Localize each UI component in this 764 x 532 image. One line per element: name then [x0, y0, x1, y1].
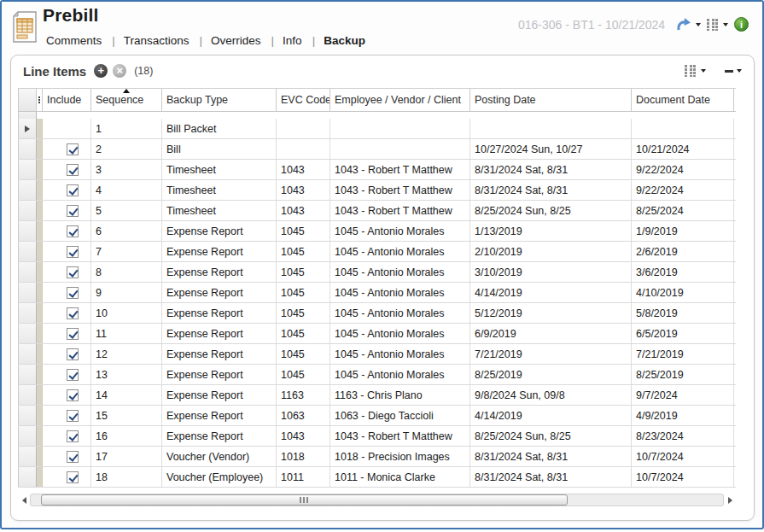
cell-backup-type[interactable]: Timesheet [162, 201, 277, 220]
table-row[interactable]: 13Expense Report10451045 - Antonio Moral… [18, 365, 736, 385]
cell-sequence[interactable]: 3 [91, 160, 162, 179]
table-row[interactable]: 1Bill Packet [18, 119, 736, 139]
cell-backup-type[interactable]: Expense Report [162, 385, 277, 405]
cell-employee[interactable]: 1045 - Antonio Morales [330, 303, 470, 323]
cell-posting-date[interactable]: 7/21/2019 [470, 344, 632, 364]
cell-backup-type[interactable]: Timesheet [162, 160, 277, 179]
cell-evc-code[interactable]: 1045 [277, 324, 330, 343]
table-row[interactable]: 16Expense Report10431043 - Robert T Matt… [18, 426, 736, 447]
column-header-sequence[interactable]: Sequence [91, 89, 162, 111]
column-header-posting-date[interactable]: Posting Date [470, 89, 632, 111]
cell-employee[interactable]: 1045 - Antonio Morales [330, 365, 470, 384]
include-checkbox[interactable] [67, 451, 79, 463]
cell-posting-date[interactable]: 8/25/2024 Sun, 8/25 [470, 426, 632, 446]
tab-info[interactable]: Info [281, 34, 304, 47]
cell-employee[interactable] [330, 119, 470, 138]
row-selector[interactable] [18, 467, 37, 487]
cell-evc-code[interactable]: 1045 [277, 365, 330, 384]
cell-sequence[interactable]: 14 [91, 385, 162, 405]
cell-evc-code[interactable]: 1045 [277, 262, 330, 282]
column-header-include[interactable]: Include [43, 89, 91, 111]
cell-sequence[interactable]: 15 [91, 406, 162, 425]
cell-backup-type[interactable]: Voucher (Vendor) [162, 447, 277, 466]
include-checkbox[interactable] [67, 307, 79, 319]
cell-sequence[interactable]: 1 [91, 119, 162, 138]
table-row[interactable]: 6Expense Report10451045 - Antonio Morale… [18, 221, 736, 242]
cell-posting-date[interactable]: 1/13/2019 [470, 221, 632, 241]
cell-posting-date[interactable]: 6/9/2019 [470, 324, 632, 343]
row-selector[interactable] [18, 201, 37, 220]
table-row[interactable]: 10Expense Report10451045 - Antonio Moral… [18, 303, 736, 324]
cell-document-date[interactable]: 8/25/2024 [632, 201, 734, 220]
cell-document-date[interactable] [632, 119, 734, 138]
cell-document-date[interactable]: 1/9/2019 [632, 221, 734, 241]
cell-evc-code[interactable]: 1045 [277, 242, 330, 261]
cell-document-date[interactable]: 8/23/2024 [632, 426, 734, 446]
column-header-document-date[interactable]: Document Date [632, 89, 734, 111]
include-checkbox[interactable] [67, 225, 79, 237]
tab-backup[interactable]: Backup [322, 34, 367, 47]
table-row[interactable]: 9Expense Report10451045 - Antonio Morale… [18, 283, 736, 303]
cell-document-date[interactable]: 7/21/2019 [632, 344, 734, 364]
table-row[interactable]: 12Expense Report10451045 - Antonio Moral… [18, 344, 736, 365]
include-checkbox[interactable] [67, 143, 79, 155]
row-selector[interactable] [18, 385, 37, 405]
cell-employee[interactable]: 1043 - Robert T Matthew [330, 160, 470, 179]
row-selector[interactable] [18, 426, 37, 446]
cell-document-date[interactable]: 10/21/2024 [632, 139, 734, 159]
cell-document-date[interactable]: 2/6/2019 [632, 242, 734, 261]
column-header-employee[interactable]: Employee / Vendor / Client [330, 89, 470, 111]
table-row[interactable]: 11Expense Report10451045 - Antonio Moral… [18, 324, 736, 344]
cell-evc-code[interactable] [277, 119, 330, 138]
cell-backup-type[interactable]: Voucher (Employee) [162, 467, 277, 487]
cell-backup-type[interactable]: Expense Report [162, 324, 277, 343]
row-selector[interactable] [18, 242, 37, 261]
include-checkbox[interactable] [67, 287, 79, 299]
tab-transactions[interactable]: Transactions [122, 34, 191, 47]
cell-sequence[interactable]: 16 [91, 426, 162, 446]
column-header-backup-type[interactable]: Backup Type [162, 89, 277, 111]
cell-sequence[interactable]: 11 [91, 324, 162, 343]
cell-document-date[interactable]: 6/5/2019 [632, 324, 734, 343]
cell-employee[interactable]: 1043 - Robert T Matthew [330, 201, 470, 220]
row-selector[interactable] [18, 139, 37, 159]
include-checkbox[interactable] [67, 389, 79, 401]
table-row[interactable]: 5Timesheet10431043 - Robert T Matthew8/2… [18, 201, 736, 221]
remove-line-item-button[interactable]: × [113, 64, 126, 78]
cell-backup-type[interactable]: Timesheet [162, 180, 277, 200]
row-selector[interactable] [18, 303, 37, 323]
include-checkbox[interactable] [67, 430, 79, 442]
table-row[interactable]: 3Timesheet10431043 - Robert T Matthew8/3… [18, 160, 736, 180]
cell-document-date[interactable]: 10/7/2024 [632, 467, 734, 487]
row-selector[interactable] [18, 221, 37, 241]
cell-posting-date[interactable]: 8/31/2024 Sat, 8/31 [470, 160, 632, 179]
cell-employee[interactable]: 1045 - Antonio Morales [330, 242, 470, 261]
cell-backup-type[interactable]: Expense Report [162, 242, 277, 261]
cell-evc-code[interactable] [277, 139, 330, 159]
row-selector[interactable] [18, 324, 37, 343]
cell-employee[interactable]: 1045 - Antonio Morales [330, 283, 470, 302]
cell-backup-type[interactable]: Expense Report [162, 365, 277, 384]
info-button[interactable]: i [734, 17, 749, 32]
include-checkbox[interactable] [67, 328, 79, 340]
cell-evc-code[interactable]: 1045 [277, 344, 330, 364]
tab-overrides[interactable]: Overrides [209, 34, 263, 47]
table-row[interactable]: 2Bill10/27/2024 Sun, 10/2710/21/2024 [18, 139, 736, 160]
row-selector[interactable] [18, 262, 37, 282]
row-selector[interactable] [18, 160, 37, 179]
cell-evc-code[interactable]: 1045 [277, 221, 330, 241]
cell-evc-code[interactable]: 1043 [277, 426, 330, 446]
cell-employee[interactable]: 1043 - Robert T Matthew [330, 426, 470, 446]
cell-evc-code[interactable]: 1043 [277, 160, 330, 179]
cell-posting-date[interactable]: 4/14/2019 [470, 283, 632, 302]
include-checkbox[interactable] [67, 369, 79, 381]
cell-document-date[interactable]: 10/7/2024 [632, 447, 734, 466]
cell-employee[interactable]: 1163 - Chris Plano [330, 385, 470, 405]
cell-backup-type[interactable]: Bill Packet [162, 119, 277, 138]
cell-evc-code[interactable]: 1011 [277, 467, 330, 487]
table-row[interactable]: 7Expense Report10451045 - Antonio Morale… [18, 242, 736, 262]
cell-posting-date[interactable]: 3/10/2019 [470, 262, 632, 282]
cell-document-date[interactable]: 4/9/2019 [632, 406, 734, 425]
include-checkbox[interactable] [67, 266, 79, 278]
cell-backup-type[interactable]: Expense Report [162, 303, 277, 323]
